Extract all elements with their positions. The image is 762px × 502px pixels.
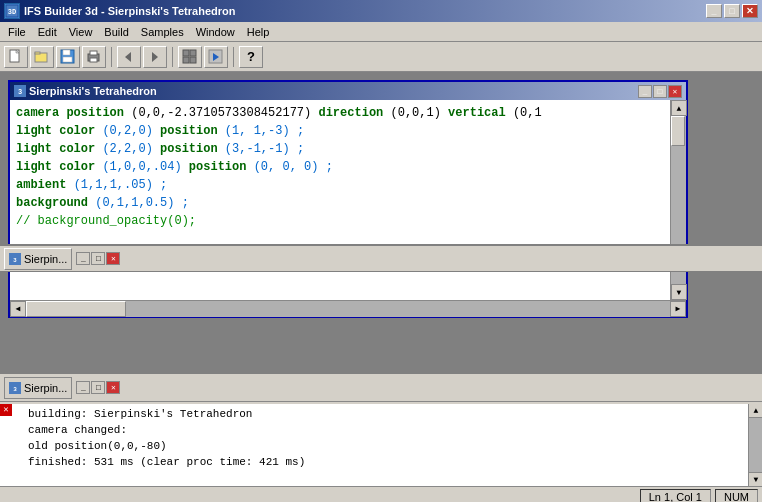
taskbar-close-button[interactable]: ✕ (106, 252, 120, 265)
svg-text:3D: 3D (8, 8, 16, 16)
menu-help[interactable]: Help (241, 24, 276, 40)
svg-rect-10 (90, 51, 97, 55)
hscroll-right-button[interactable]: ▶ (670, 301, 686, 317)
title-bar-left: 3D IFS Builder 3d - Sierpinski's Tetrahe… (4, 3, 235, 19)
code-line-6: background (0,1,1,0.5) ; (16, 194, 666, 212)
main-title-text: IFS Builder 3d - Sierpinski's Tetrahedro… (24, 5, 235, 17)
toolbar-save-button[interactable] (56, 46, 80, 68)
taskbar-icon: 3 (9, 253, 21, 265)
log-item-label: Sierpin... (24, 382, 67, 394)
toolbar-sep-2 (172, 47, 173, 67)
editor-maximize-button[interactable]: □ (653, 85, 667, 98)
menu-window[interactable]: Window (190, 24, 241, 40)
code-line-5: ambient (1,1,1,.05) ; (16, 176, 666, 194)
bottom-panel: 3 Sierpin... _ □ ✕ ✕ building: Sierpinsk… (0, 372, 762, 502)
taskbar-minimize-button[interactable]: _ (76, 252, 90, 265)
log-line-3: old position(0,0,-80) (28, 438, 746, 454)
main-content: 3 Sierpinski's Tetrahedron _ □ ✕ camera … (0, 72, 762, 372)
editor-title-bar: 3 Sierpinski's Tetrahedron _ □ ✕ (10, 82, 686, 100)
log-line-2: camera changed: (28, 422, 746, 438)
log-line-1: building: Sierpinski's Tetrahedron (28, 406, 746, 422)
toolbar-open-button[interactable] (30, 46, 54, 68)
minimize-button[interactable]: _ (706, 4, 722, 18)
log-panel-header: 3 Sierpin... _ □ ✕ (0, 374, 762, 402)
toolbar: ? (0, 42, 762, 72)
status-bar: Ln 1, Col 1 NUM (0, 486, 762, 502)
toolbar-print-button[interactable] (82, 46, 106, 68)
code-line-2: light color (0,2,0) position (1, 1,-3) ; (16, 122, 666, 140)
toolbar-help-button[interactable]: ? (239, 46, 263, 68)
code-line-1: camera position (0,0,-2.3710573308452177… (16, 104, 666, 122)
menu-view[interactable]: View (63, 24, 99, 40)
taskbar-sierpinski-item[interactable]: 3 Sierpin... (4, 248, 72, 270)
svg-rect-16 (183, 57, 189, 63)
log-header-controls: _ □ ✕ (76, 381, 120, 394)
taskbar-controls: _ □ ✕ (76, 252, 120, 265)
menu-bar: File Edit View Build Samples Window Help (0, 22, 762, 42)
svg-text:3: 3 (13, 386, 17, 393)
log-item-icon: 3 (9, 382, 21, 394)
editor-window: 3 Sierpinski's Tetrahedron _ □ ✕ camera … (8, 80, 688, 318)
main-title-controls: _ □ ✕ (706, 4, 758, 18)
log-close-button[interactable]: ✕ (106, 381, 120, 394)
code-line-3: light color (2,2,0) position (3,-1,-1) ; (16, 140, 666, 158)
hscroll-track[interactable] (26, 301, 670, 317)
editor-title-left: 3 Sierpinski's Tetrahedron (14, 85, 157, 97)
toolbar-render-button[interactable] (204, 46, 228, 68)
hscroll-thumb[interactable] (26, 301, 126, 317)
log-taskbar-item[interactable]: 3 Sierpin... (4, 377, 72, 399)
svg-rect-5 (35, 52, 40, 54)
log-scroll-up[interactable]: ▲ (749, 404, 762, 418)
menu-edit[interactable]: Edit (32, 24, 63, 40)
hscroll-left-button[interactable]: ◀ (10, 301, 26, 317)
toolbar-sep-3 (233, 47, 234, 67)
editor-minimize-button[interactable]: _ (638, 85, 652, 98)
log-scroll-down[interactable]: ▼ (749, 472, 762, 486)
log-area: ✕ building: Sierpinski's Tetrahedron cam… (0, 404, 762, 486)
svg-marker-12 (125, 52, 131, 62)
svg-marker-13 (152, 52, 158, 62)
status-position: Ln 1, Col 1 (640, 489, 711, 503)
status-mode: NUM (715, 489, 758, 503)
editor-close-button[interactable]: ✕ (668, 85, 682, 98)
menu-build[interactable]: Build (98, 24, 134, 40)
main-title-bar: 3D IFS Builder 3d - Sierpinski's Tetrahe… (0, 0, 762, 22)
taskbar-maximize-button[interactable]: □ (91, 252, 105, 265)
svg-rect-8 (63, 57, 72, 62)
svg-rect-7 (63, 50, 70, 55)
vscroll-up-button[interactable]: ▲ (671, 100, 687, 116)
editor-icon: 3 (14, 85, 26, 97)
toolbar-new-button[interactable] (4, 46, 28, 68)
code-line-7: // background_opacity(0); (16, 212, 666, 230)
log-line-4: finished: 531 ms (clear proc time: 421 m… (28, 454, 746, 470)
svg-text:3: 3 (18, 88, 22, 96)
taskbar-label: Sierpin... (24, 253, 67, 265)
toolbar-back-button[interactable] (117, 46, 141, 68)
log-vscrollbar[interactable]: ▲ ▼ (748, 404, 762, 486)
toolbar-sep-1 (111, 47, 112, 67)
close-button[interactable]: ✕ (742, 4, 758, 18)
log-maximize-button[interactable]: □ (91, 381, 105, 394)
vscroll-thumb[interactable] (671, 116, 685, 146)
maximize-button[interactable]: □ (724, 4, 740, 18)
menu-file[interactable]: File (2, 24, 32, 40)
log-x-icon: ✕ (0, 404, 12, 416)
main-window: 3D IFS Builder 3d - Sierpinski's Tetrahe… (0, 0, 762, 502)
code-line-4: light color (1,0,0,.04) position (0, 0, … (16, 158, 666, 176)
svg-rect-15 (190, 50, 196, 56)
log-content: building: Sierpinski's Tetrahedron camer… (14, 406, 746, 470)
editor-controls: _ □ ✕ (638, 85, 682, 98)
log-scroll-track[interactable] (749, 418, 762, 472)
app-icon: 3D (4, 3, 20, 19)
svg-rect-17 (190, 57, 196, 63)
svg-rect-14 (183, 50, 189, 56)
menu-samples[interactable]: Samples (135, 24, 190, 40)
toolbar-forward-button[interactable] (143, 46, 167, 68)
vscroll-down-button[interactable]: ▼ (671, 284, 687, 300)
log-minimize-button[interactable]: _ (76, 381, 90, 394)
editor-hscrollbar: ◀ ▶ (10, 300, 686, 316)
toolbar-build-button[interactable] (178, 46, 202, 68)
svg-rect-11 (90, 58, 97, 62)
editor-title-text: Sierpinski's Tetrahedron (29, 85, 157, 97)
taskbar-row: 3 Sierpin... _ □ ✕ (0, 244, 762, 272)
